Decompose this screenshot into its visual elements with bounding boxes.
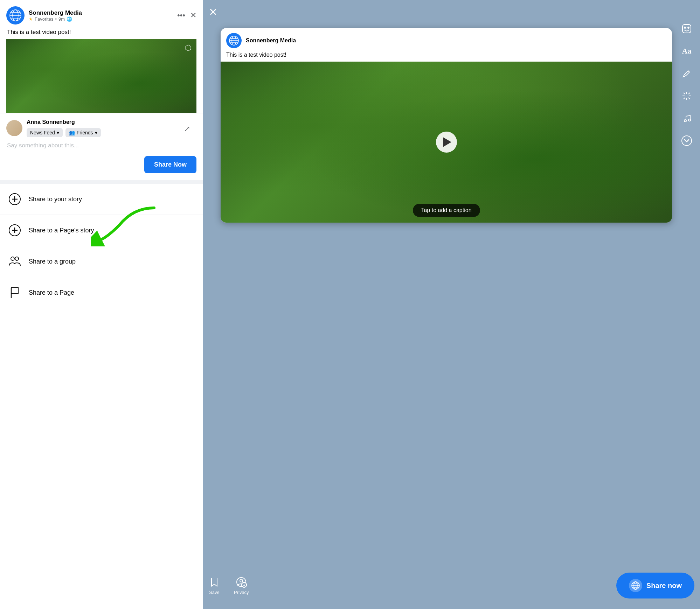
fern-overlay bbox=[6, 39, 196, 113]
share-to-page-story-option[interactable]: Share to a Page's story bbox=[0, 215, 203, 246]
post-header: Sonnenberg Media ★ Favorites • 9m 🌐 ••• … bbox=[6, 6, 196, 24]
svg-point-39 bbox=[244, 585, 244, 586]
page-story-circle-icon bbox=[8, 224, 21, 237]
draw-icon[interactable] bbox=[679, 66, 694, 81]
privacy-icon bbox=[236, 576, 247, 588]
left-panel: Sonnenberg Media ★ Favorites • 9m 🌐 ••• … bbox=[0, 0, 203, 609]
story-post-text: This is a test video post! bbox=[221, 52, 672, 62]
friends-icon: 👥 bbox=[69, 130, 75, 135]
svg-point-13 bbox=[15, 257, 19, 260]
page-flag-icon bbox=[8, 286, 21, 299]
star-icon: ★ bbox=[29, 16, 33, 22]
post-card: Sonnenberg Media ★ Favorites • 9m 🌐 ••• … bbox=[0, 0, 203, 113]
share-now-story-label: Share now bbox=[646, 582, 682, 590]
svg-rect-15 bbox=[682, 24, 691, 33]
user-avatar bbox=[6, 120, 22, 136]
post-text: This is a test video post! bbox=[6, 29, 196, 36]
story-card: Sonnenberg Media This is a test video po… bbox=[221, 28, 672, 223]
svg-point-17 bbox=[688, 27, 689, 28]
music-icon[interactable] bbox=[679, 111, 694, 126]
more-options-icon[interactable]: ••• bbox=[177, 11, 185, 20]
aa-text-icon: Aa bbox=[682, 47, 692, 56]
music-note-icon bbox=[681, 113, 692, 124]
page-option-label: Share to a Page bbox=[29, 289, 74, 296]
post-favorites: Favorites bbox=[35, 16, 53, 22]
share-to-group-option[interactable]: Share to a group bbox=[0, 246, 203, 277]
post-time: 9m bbox=[58, 16, 65, 22]
group-people-icon bbox=[8, 255, 21, 268]
compose-right: Anna Sonnenberg News Feed ▾ 👥 Friends ▾ bbox=[27, 119, 196, 137]
svg-line-24 bbox=[688, 93, 690, 94]
share-globe-icon bbox=[631, 581, 640, 590]
right-tools: Aa bbox=[679, 21, 694, 148]
circle-plus-icon bbox=[7, 191, 22, 207]
svg-point-35 bbox=[240, 579, 243, 582]
group-icon bbox=[7, 254, 22, 269]
friends-dropdown[interactable]: 👥 Friends ▾ bbox=[65, 128, 101, 137]
cast-icon[interactable]: ⬡ bbox=[185, 43, 192, 52]
pen-draw-icon bbox=[681, 68, 692, 79]
svg-point-26 bbox=[684, 120, 686, 122]
page-story-icon bbox=[7, 223, 22, 238]
story-page-avatar bbox=[226, 33, 242, 48]
save-action[interactable]: Save bbox=[209, 576, 220, 595]
svg-line-25 bbox=[684, 98, 685, 99]
story-page-name: Sonnenberg Media bbox=[246, 37, 296, 44]
story-icon bbox=[8, 193, 21, 205]
compose-row: Anna Sonnenberg News Feed ▾ 👥 Friends ▾ bbox=[6, 119, 196, 137]
bottom-actions: Save Privacy bbox=[209, 576, 249, 595]
privacy-label: Privacy bbox=[234, 590, 249, 595]
close-icon[interactable]: ✕ bbox=[190, 11, 196, 20]
svg-point-28 bbox=[682, 136, 692, 146]
share-to-story-option[interactable]: Share to your story bbox=[0, 184, 203, 215]
friends-label: Friends bbox=[77, 130, 93, 135]
sticker-icon[interactable] bbox=[679, 21, 694, 36]
post-image: ⬡ bbox=[6, 39, 196, 113]
play-button[interactable] bbox=[436, 132, 457, 153]
share-to-page-option[interactable]: Share to a Page bbox=[0, 277, 203, 308]
collapse-icon[interactable] bbox=[679, 133, 694, 148]
group-option-label: Share to a group bbox=[29, 258, 76, 265]
story-close-icon[interactable]: ✕ bbox=[209, 7, 217, 18]
caption-bar[interactable]: Tap to add a caption bbox=[413, 204, 480, 217]
page-story-option-label: Share to a Page's story bbox=[29, 227, 94, 234]
save-label: Save bbox=[209, 590, 220, 595]
story-option-label: Share to your story bbox=[29, 196, 82, 203]
post-sub: ★ Favorites • 9m 🌐 bbox=[29, 16, 82, 22]
svg-point-16 bbox=[684, 27, 686, 28]
globe-avatar-icon bbox=[9, 9, 22, 22]
svg-point-27 bbox=[688, 119, 691, 121]
effects-icon[interactable] bbox=[679, 88, 694, 104]
compose-dropdowns: News Feed ▾ 👥 Friends ▾ bbox=[27, 128, 196, 137]
post-meta: Sonnenberg Media ★ Favorites • 9m 🌐 bbox=[29, 9, 82, 22]
page-avatar bbox=[6, 6, 25, 24]
newsfeed-label: News Feed bbox=[30, 130, 55, 135]
svg-line-23 bbox=[688, 98, 690, 99]
newsfeed-dropdown[interactable]: News Feed ▾ bbox=[27, 128, 63, 137]
header-actions: ••• ✕ bbox=[177, 11, 196, 20]
expand-icon[interactable]: ⤢ bbox=[184, 125, 190, 134]
text-icon[interactable]: Aa bbox=[679, 43, 694, 59]
post-globe: 🌐 bbox=[67, 16, 72, 22]
post-dot: • bbox=[55, 16, 57, 22]
sparkle-icon bbox=[681, 90, 692, 102]
story-card-header: Sonnenberg Media bbox=[221, 28, 672, 52]
compose-row-wrapper: Anna Sonnenberg News Feed ▾ 👥 Friends ▾ bbox=[6, 119, 196, 137]
right-panel: ✕ Aa bbox=[203, 0, 700, 609]
story-bottom-bar: Save Privacy bbox=[203, 566, 700, 609]
flag-icon bbox=[7, 285, 22, 300]
privacy-action[interactable]: Privacy bbox=[234, 576, 249, 595]
compose-placeholder[interactable]: Say something about this... bbox=[6, 142, 196, 149]
share-now-button[interactable]: Share Now bbox=[144, 156, 196, 173]
story-video[interactable]: Tap to add a caption bbox=[221, 62, 672, 223]
share-compose: Anna Sonnenberg News Feed ▾ 👥 Friends ▾ bbox=[0, 113, 203, 180]
chevron-down-circle-icon bbox=[681, 135, 692, 146]
svg-point-12 bbox=[11, 257, 14, 260]
share-now-story-button[interactable]: Share now bbox=[616, 573, 694, 598]
sticker-face-icon bbox=[681, 23, 692, 34]
friends-chevron-icon: ▾ bbox=[95, 130, 97, 135]
play-triangle-icon bbox=[443, 137, 451, 147]
svg-line-22 bbox=[684, 93, 685, 94]
post-page-name: Sonnenberg Media bbox=[29, 9, 82, 16]
post-header-left: Sonnenberg Media ★ Favorites • 9m 🌐 bbox=[6, 6, 82, 24]
